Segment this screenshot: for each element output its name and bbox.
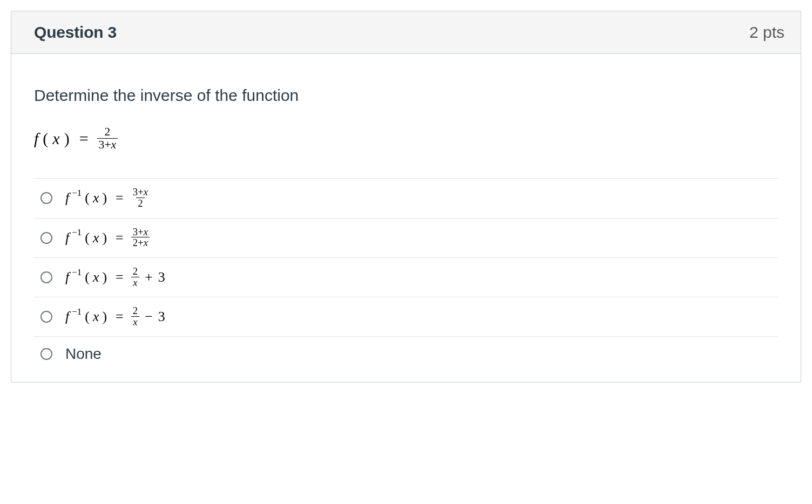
answer-option[interactable]: f−1 (x) = 2 x + 3 bbox=[34, 258, 778, 297]
fraction-denominator: 3+x bbox=[97, 138, 118, 151]
answer-content: f−1 (x) = 3+x 2+x bbox=[65, 227, 150, 249]
answer-option[interactable]: f−1 (x) = 3+x 2 bbox=[34, 179, 778, 218]
question-points: 2 pts bbox=[749, 23, 784, 42]
answer-content: f−1 (x) = 2 x + 3 bbox=[65, 267, 165, 288]
question-header: Question 3 2 pts bbox=[11, 11, 801, 54]
answer-option[interactable]: f−1 (x) = 2 x − 3 bbox=[34, 297, 778, 337]
equals-sign: = bbox=[74, 130, 94, 148]
radio-icon[interactable] bbox=[40, 311, 52, 323]
answer-option[interactable]: None bbox=[34, 337, 778, 377]
radio-icon[interactable] bbox=[40, 192, 52, 204]
function-definition: f ( x ) = 2 3+x bbox=[34, 126, 778, 151]
radio-icon[interactable] bbox=[40, 271, 52, 283]
answer-content: f−1 (x) = 2 x − 3 bbox=[65, 306, 165, 328]
fraction-numerator: 2 bbox=[103, 126, 112, 138]
question-card: Question 3 2 pts Determine the inverse o… bbox=[11, 11, 801, 383]
radio-icon[interactable] bbox=[40, 348, 52, 360]
close-paren: ) bbox=[63, 130, 71, 148]
function-symbol: f bbox=[34, 130, 38, 148]
answers-list: f−1 (x) = 3+x 2 f−1 (x) = bbox=[34, 178, 778, 377]
answer-content: f−1 (x) = 3+x 2 bbox=[65, 187, 150, 209]
question-prompt: Determine the inverse of the function bbox=[34, 86, 778, 105]
variable-x: x bbox=[52, 130, 59, 148]
fraction: 2 3+x bbox=[97, 126, 118, 151]
question-title: Question 3 bbox=[34, 23, 117, 42]
answer-option[interactable]: f−1 (x) = 3+x 2+x bbox=[34, 219, 778, 258]
open-paren: ( bbox=[42, 130, 49, 148]
question-body: Determine the inverse of the function f … bbox=[11, 54, 801, 382]
answer-content: None bbox=[65, 345, 102, 363]
radio-icon[interactable] bbox=[40, 232, 52, 244]
